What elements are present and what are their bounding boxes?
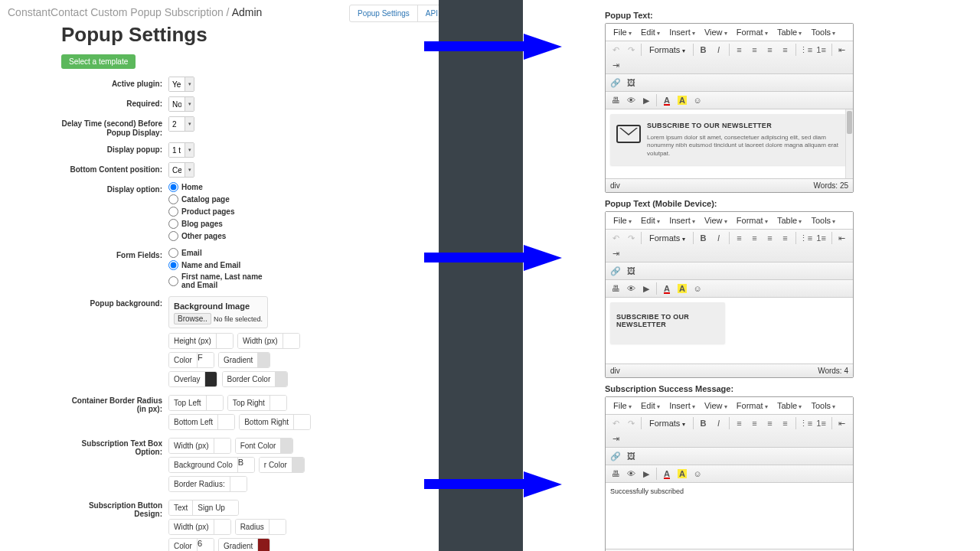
display-popup-select[interactable]: ▾ [168,142,194,158]
image-icon[interactable]: 🖼 [624,264,638,278]
bullet-list-icon[interactable]: ⋮≡ [799,43,813,57]
chevron-down-icon[interactable]: ▾ [185,97,194,111]
align-center-icon[interactable]: ≡ [748,416,762,430]
align-center-icon[interactable]: ≡ [748,231,762,245]
required-select[interactable]: ▾ [168,96,194,112]
preview-icon[interactable]: 👁 [624,93,638,107]
align-center-icon[interactable]: ≡ [748,43,762,57]
align-right-icon[interactable]: ≡ [763,231,777,245]
editor-content[interactable]: Successfully subscribed [606,483,853,549]
menu-edit[interactable]: Edit [636,399,665,412]
menu-insert[interactable]: Insert [665,25,700,39]
outdent-icon[interactable]: ⇤ [835,231,849,245]
indent-icon[interactable]: ⇥ [609,246,622,260]
undo-icon[interactable]: ↶ [609,43,622,57]
align-left-icon[interactable]: ≡ [733,43,746,57]
btn-gradient[interactable]: Gradient [218,538,270,551]
undo-icon[interactable]: ↶ [609,231,622,245]
align-justify-icon[interactable]: ≡ [779,231,792,245]
menu-format[interactable]: Format [732,214,773,227]
forecolor-icon[interactable]: A [660,93,674,107]
menu-file[interactable]: File [609,214,636,227]
image-icon[interactable]: 🖼 [624,449,638,463]
menu-file[interactable]: File [609,399,636,412]
menu-tools[interactable]: Tools [806,214,840,227]
undo-icon[interactable]: ↶ [609,416,622,430]
width-input[interactable]: Width (px) [237,333,300,349]
scrollbar[interactable] [845,109,853,178]
redo-icon[interactable]: ↷ [624,43,638,57]
btn-text[interactable]: TextSign Up [168,500,239,516]
btn-color[interactable]: Color6 [168,538,214,551]
tab-popup-settings[interactable]: Popup Settings [350,5,417,21]
menu-file[interactable]: File [609,25,636,39]
radio-blog[interactable] [168,219,178,229]
radio-home[interactable] [168,182,178,192]
backcolor-icon[interactable]: A [675,282,689,295]
tl-input[interactable]: Top Left [168,395,224,411]
border-color-input[interactable]: Border Color [222,371,289,387]
bold-icon[interactable]: B [697,231,710,245]
br-input[interactable]: Bottom Right [239,414,311,430]
backcolor-icon[interactable]: A [675,93,689,107]
menu-insert[interactable]: Insert [665,214,700,227]
link-icon[interactable]: 🔗 [609,76,622,90]
btn-radius[interactable]: Radius [235,519,286,535]
menu-table[interactable]: Table [773,214,807,227]
menu-tools[interactable]: Tools [806,399,840,412]
backcolor-icon[interactable]: A [675,467,689,481]
menu-edit[interactable]: Edit [636,214,665,227]
media-icon[interactable]: ▶ [639,467,653,481]
align-justify-icon[interactable]: ≡ [779,416,792,430]
align-justify-icon[interactable]: ≡ [779,43,792,57]
radio-fln-email[interactable] [168,276,178,286]
select-template-button[interactable]: Select a template [61,54,136,69]
color-input[interactable]: ColorF [168,352,214,368]
align-left-icon[interactable]: ≡ [733,416,746,430]
formats-dropdown[interactable]: Formats [645,233,690,243]
tb-width[interactable]: Width (px) [168,438,231,454]
indent-icon[interactable]: ⇥ [609,432,622,445]
number-list-icon[interactable]: 1≡ [815,231,828,245]
redo-icon[interactable]: ↷ [624,231,638,245]
radio-other[interactable] [168,231,178,241]
tb-bc[interactable]: r Color [259,457,305,473]
tb-bg[interactable]: Background ColoB [168,457,255,473]
menu-view[interactable]: View [700,25,732,39]
align-right-icon[interactable]: ≡ [763,43,777,57]
radio-product[interactable] [168,207,178,217]
italic-icon[interactable]: I [712,231,726,245]
menu-insert[interactable]: Insert [665,399,700,412]
bl-input[interactable]: Bottom Left [168,414,235,430]
menu-tools[interactable]: Tools [806,25,840,39]
forecolor-icon[interactable]: A [660,282,674,295]
editor-content[interactable]: SUBSCRIBE TO OUR NEWSLETTER Lorem ipsum … [606,109,853,178]
emoticon-icon[interactable]: ☺ [691,93,704,107]
btn-width[interactable]: Width (px) [168,519,231,535]
chevron-down-icon[interactable]: ▾ [185,77,194,91]
number-list-icon[interactable]: 1≡ [815,43,828,57]
media-icon[interactable]: ▶ [639,282,653,295]
bullet-list-icon[interactable]: ⋮≡ [799,416,813,430]
emoticon-icon[interactable]: ☺ [691,467,704,481]
radio-catalog[interactable] [168,194,178,204]
height-input[interactable]: Height (px) [168,333,234,349]
indent-icon[interactable]: ⇥ [609,58,622,72]
editor-content[interactable]: SUBSCRIBE TO OUR NEWSLETTER [606,298,853,364]
menu-format[interactable]: Format [732,399,773,412]
tb-br[interactable]: Border Radius: [168,476,247,492]
preview-icon[interactable]: 👁 [624,282,638,295]
link-icon[interactable]: 🔗 [609,449,622,463]
italic-icon[interactable]: I [712,416,726,430]
chevron-down-icon[interactable]: ▾ [185,143,194,157]
menu-format[interactable]: Format [732,25,773,39]
bullet-list-icon[interactable]: ⋮≡ [799,231,813,245]
overlay-input[interactable]: Overlay [168,371,217,387]
menu-view[interactable]: View [700,214,732,227]
print-icon[interactable]: 🖶 [609,282,622,295]
preview-icon[interactable]: 👁 [624,467,638,481]
print-icon[interactable]: 🖶 [609,93,622,107]
chevron-down-icon[interactable]: ▾ [185,117,194,131]
media-icon[interactable]: ▶ [639,93,653,107]
menu-edit[interactable]: Edit [636,25,665,39]
